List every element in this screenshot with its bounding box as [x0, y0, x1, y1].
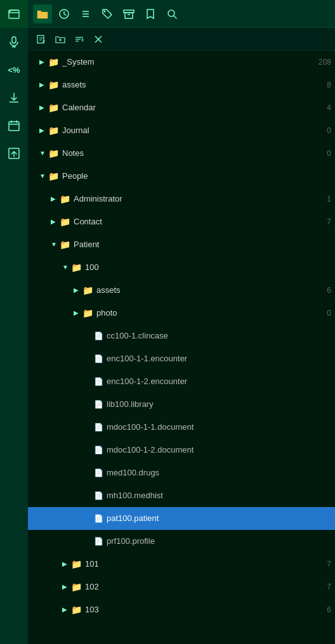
secondary-toolbar [28, 28, 335, 51]
sidebar-percent-icon[interactable]: <% [0, 56, 28, 84]
chevron-journal: ▶ [39, 127, 46, 134]
tree-item-patient[interactable]: ▼ 📁 Patient [28, 233, 335, 256]
folder-icon-assets: 📁 [48, 80, 59, 90]
tree-label-prf100: prf100.profile [107, 536, 331, 546]
tree-label-journal: Journal [62, 126, 324, 135]
tree-item-med100[interactable]: ▶ 📄 med100.drugs [28, 461, 335, 484]
tree-item-lib100[interactable]: ▶ 📄 lib100.library [28, 393, 335, 416]
spacer-lib100: ▶ [85, 401, 91, 408]
chevron-103: ▶ [62, 606, 69, 613]
tree-label-notes: Notes [62, 148, 324, 158]
new-note-button[interactable] [33, 31, 49, 48]
sidebar-mic-icon[interactable] [0, 28, 28, 56]
tree-item-notes[interactable]: ▼ 📁 Notes 0 [28, 142, 335, 165]
file-icon-mh100: 📄 [94, 491, 103, 500]
toolbar-folder-icon[interactable] [33, 4, 52, 23]
tree-count-101: 7 [327, 560, 331, 569]
tree-item-mdoc100-1-2[interactable]: ▶ 📄 mdoc100-1-2.document [28, 439, 335, 461]
main-panel: ▶ 📁 _System 208 ▶ 📁 assets 8 ▶ 📁 Calenda… [28, 0, 335, 644]
folder-icon-100-photo: 📁 [82, 308, 93, 318]
spacer-prf100: ▶ [85, 538, 91, 544]
tree-label-mdoc100-1-1: mdoc100-1-1.document [107, 422, 331, 432]
file-icon-med100: 📄 [94, 468, 103, 477]
folder-icon-journal: 📁 [48, 126, 59, 136]
tree-item-pat100[interactable]: ▶ 📄 pat100.patient [28, 507, 335, 530]
tree-label-cc100: cc100-1.clincase [107, 331, 331, 340]
tree-item-enc100-1-1[interactable]: ▶ 📄 enc100-1-1.encounter [28, 347, 335, 370]
tree-label-lib100: lib100.library [107, 399, 331, 409]
spacer-mdoc100-1-2: ▶ [85, 446, 91, 453]
tree-count-system: 208 [319, 58, 331, 67]
file-icon-enc100-1-1: 📄 [94, 354, 103, 363]
sort-button[interactable] [71, 31, 88, 48]
tree-item-100-photo[interactable]: ▶ 📁 photo 0 [28, 302, 335, 325]
toolbar-tags-icon[interactable] [98, 4, 117, 23]
chevron-notes: ▼ [39, 150, 46, 157]
chevron-102: ▶ [62, 583, 69, 590]
tree-item-100-assets[interactable]: ▶ 📁 assets 6 [28, 279, 335, 302]
close-panel-button[interactable] [90, 31, 107, 48]
tree-item-contact[interactable]: ▶ 📁 Contact 7 [28, 210, 335, 233]
tree-count-notes: 0 [327, 149, 331, 158]
toolbar-search-icon[interactable] [162, 4, 181, 23]
tree-label-100-photo: photo [96, 308, 324, 318]
sidebar-calendar-icon[interactable] [0, 112, 28, 139]
tree-label-patient: Patient [74, 240, 329, 249]
chevron-101: ▶ [62, 560, 69, 567]
tree-item-mh100[interactable]: ▶ 📄 mh100.medhist [28, 484, 335, 507]
toolbar-bookmark-icon[interactable] [141, 4, 160, 23]
chevron-patient: ▼ [51, 241, 57, 248]
toolbar-list-icon[interactable] [76, 4, 95, 23]
tree-item-mdoc100-1-1[interactable]: ▶ 📄 mdoc100-1-1.document [28, 416, 335, 439]
tree-label-med100: med100.drugs [107, 468, 331, 477]
folder-icon-calendar: 📁 [48, 103, 59, 113]
chevron-100: ▼ [62, 264, 69, 271]
spacer-enc100-1-2: ▶ [85, 378, 91, 385]
file-tree: ▶ 📁 _System 208 ▶ 📁 assets 8 ▶ 📁 Calenda… [28, 51, 335, 644]
tree-label-102: 102 [85, 582, 324, 591]
sidebar-upload-icon[interactable] [0, 139, 28, 167]
tree-count-103: 6 [327, 605, 331, 614]
tree-item-calendar[interactable]: ▶ 📁 Calendar 4 [28, 96, 335, 119]
folder-icon-contact: 📁 [60, 217, 70, 227]
tree-label-103: 103 [85, 605, 324, 614]
chevron-contact: ▶ [51, 218, 57, 225]
tree-item-cc100[interactable]: ▶ 📄 cc100-1.clincase [28, 325, 335, 347]
folder-icon-patient: 📁 [60, 240, 70, 250]
svg-rect-1 [12, 37, 16, 43]
tree-item-prf100[interactable]: ▶ 📄 prf100.profile [28, 530, 335, 553]
tree-item-journal[interactable]: ▶ 📁 Journal 0 [28, 119, 335, 142]
chevron-administrator: ▶ [51, 195, 57, 202]
toolbar-archive-icon[interactable] [119, 4, 138, 23]
sidebar-download-icon[interactable] [0, 84, 28, 112]
tree-item-enc100-1-2[interactable]: ▶ 📄 enc100-1-2.encounter [28, 370, 335, 393]
svg-rect-16 [125, 13, 133, 18]
chevron-100-photo: ▶ [74, 309, 80, 316]
folder-icon-103: 📁 [71, 605, 82, 615]
file-icon-lib100: 📄 [94, 400, 103, 409]
chevron-100-assets: ▶ [74, 287, 80, 293]
tree-count-contact: 7 [327, 217, 331, 226]
tree-label-system: _System [62, 57, 316, 67]
tree-item-assets[interactable]: ▶ 📁 assets 8 [28, 74, 335, 96]
spacer-cc100: ▶ [85, 332, 91, 339]
tree-item-people[interactable]: ▼ 📁 People [28, 165, 335, 188]
tree-count-100-photo: 0 [327, 309, 331, 318]
svg-point-14 [104, 10, 106, 12]
toolbar-clock-icon[interactable] [55, 4, 74, 23]
tree-count-journal: 0 [327, 126, 331, 135]
tree-count-administrator: 1 [327, 195, 331, 203]
new-folder-button[interactable] [52, 31, 69, 48]
tree-label-people: People [62, 171, 329, 181]
tree-item-102[interactable]: ▶ 📁 102 7 [28, 576, 335, 598]
sidebar-files-icon[interactable] [0, 0, 28, 28]
file-icon-cc100: 📄 [94, 332, 103, 340]
tree-label-mdoc100-1-2: mdoc100-1-2.document [107, 445, 331, 454]
folder-icon-system: 📁 [48, 57, 59, 67]
tree-item-system[interactable]: ▶ 📁 _System 208 [28, 51, 335, 74]
tree-item-101[interactable]: ▶ 📁 101 7 [28, 553, 335, 576]
tree-label-pat100: pat100.patient [107, 513, 331, 523]
tree-item-100[interactable]: ▼ 📁 100 [28, 256, 335, 279]
tree-item-administrator[interactable]: ▶ 📁 Administrator 1 [28, 188, 335, 210]
tree-item-103[interactable]: ▶ 📁 103 6 [28, 598, 335, 621]
